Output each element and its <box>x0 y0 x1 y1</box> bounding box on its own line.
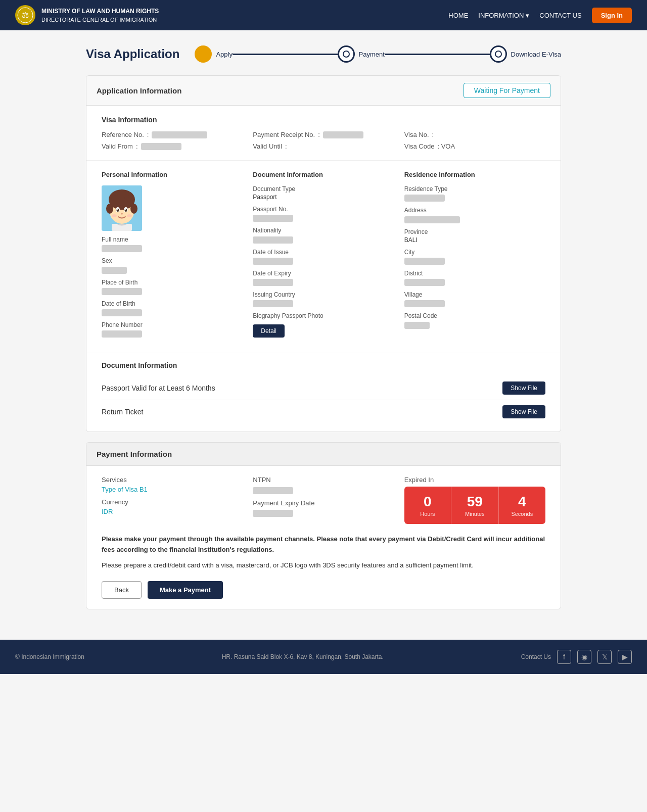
postal-code: Postal Code <box>404 312 545 328</box>
org-line1: MINISTRY OF LAW AND HUMAN RIGHTS <box>41 7 159 16</box>
payment-section: Payment Information Services Type of Vis… <box>86 442 561 609</box>
payment-countdown-col: Expired In 0 Hours 59 Minutes 4 Seconds <box>404 476 545 524</box>
svg-point-22 <box>127 214 132 217</box>
phone-value <box>102 330 142 338</box>
visano-colon: : <box>432 131 434 138</box>
step-line-1 <box>233 54 338 55</box>
make-payment-button[interactable]: Make a Payment <box>148 581 223 599</box>
status-badge: Waiting For Payment <box>464 83 550 98</box>
seconds-label: Seconds <box>511 511 533 517</box>
nav-contact-us[interactable]: CONTACT US <box>539 12 581 19</box>
expiry-label: Payment Expiry Date <box>253 499 394 507</box>
facebook-icon[interactable]: f <box>557 650 571 664</box>
show-file-passport-btn[interactable]: Show File <box>502 381 545 395</box>
personal-sex: Sex <box>102 257 243 273</box>
page-title: Visa Application <box>86 47 179 61</box>
application-info-card: Application Information Waiting For Paym… <box>86 75 561 432</box>
svg-point-9 <box>106 204 113 214</box>
address: Address <box>404 207 545 223</box>
main-content: Visa Application Apply Payment Download … <box>76 30 571 640</box>
expired-in-label: Expired In <box>404 476 545 484</box>
validfrom-value <box>141 143 181 150</box>
personal-phone: Phone Number <box>102 321 243 338</box>
ref-value <box>152 131 207 138</box>
personal-dob: Date of Birth <box>102 300 243 316</box>
visa-info-valid-until: Valid Until : <box>253 142 394 150</box>
twitter-icon[interactable]: 𝕏 <box>597 650 612 664</box>
svg-point-16 <box>117 209 119 212</box>
contact-us-link[interactable]: Contact Us <box>521 653 551 660</box>
header-title: MINISTRY OF LAW AND HUMAN RIGHTS DIRECTO… <box>41 7 159 24</box>
lower-doc-section: Document Information Passport Valid for … <box>86 353 561 432</box>
step-download-label: Download E-Visa <box>511 51 561 58</box>
personal-info-col: Personal Information <box>102 171 243 343</box>
payment-grid: Services Type of Visa B1 Currency IDR NT… <box>102 476 545 524</box>
ref-colon: : <box>147 131 149 138</box>
visacode-label: Visa Code <box>404 142 435 150</box>
currency-value: IDR <box>102 508 243 515</box>
passport-no: Passport No. <box>253 206 394 222</box>
chevron-down-icon: ▾ <box>526 12 529 19</box>
nationality-value <box>253 236 293 244</box>
residence-type-value <box>404 195 445 202</box>
step-payment-circle <box>338 45 355 63</box>
hours-value: 0 <box>424 494 432 510</box>
services-label: Services <box>102 476 243 484</box>
countdown-minutes: 59 Minutes <box>451 487 498 524</box>
svg-point-13 <box>116 198 128 206</box>
visa-info-visano: Visa No. : <box>404 131 545 138</box>
issuing-value <box>253 300 293 307</box>
svg-text:⚖: ⚖ <box>22 11 29 19</box>
svg-point-21 <box>112 214 117 217</box>
residence-title: Residence Information <box>404 171 545 178</box>
detail-button[interactable]: Detail <box>253 324 285 338</box>
back-button[interactable]: Back <box>102 581 142 599</box>
step-download-circle <box>490 45 507 63</box>
header-nav: HOME INFORMATION ▾ CONTACT US Sign In <box>448 8 632 23</box>
doe-value <box>253 279 293 286</box>
nav-home[interactable]: HOME <box>448 12 468 19</box>
svg-point-17 <box>125 209 127 212</box>
sign-in-button[interactable]: Sign In <box>592 8 632 23</box>
step-apply-label: Apply <box>216 51 233 58</box>
date-of-issue: Date of Issue <box>253 249 394 265</box>
youtube-icon[interactable]: ▶ <box>618 650 632 664</box>
ref-label: Reference No. <box>102 131 144 138</box>
instagram-icon[interactable]: ◉ <box>577 650 591 664</box>
show-file-return-btn[interactable]: Show File <box>502 405 545 418</box>
doc-row-passport: Passport Valid for at Least 6 Months Sho… <box>102 376 545 400</box>
minutes-label: Minutes <box>465 511 485 517</box>
footer-address: HR. Rasuna Said Blok X-6, Kav 8, Kuninga… <box>222 653 384 660</box>
payment-services-col: Services Type of Visa B1 Currency IDR <box>102 476 243 524</box>
svg-point-18 <box>117 209 118 210</box>
province: Province BALI <box>404 228 545 244</box>
header-logo: ⚖ <box>15 5 35 25</box>
hours-label: Hours <box>420 511 435 517</box>
village-value <box>404 300 445 307</box>
district: District <box>404 270 545 286</box>
receipt-value <box>323 131 363 138</box>
validfrom-colon: : <box>136 142 138 150</box>
stepper: Apply Payment Download E-Visa <box>195 45 561 63</box>
expiry-value <box>253 510 293 517</box>
header: ⚖ MINISTRY OF LAW AND HUMAN RIGHTS DIREC… <box>0 0 647 30</box>
nationality: Nationality <box>253 227 394 243</box>
postal-value <box>404 322 430 329</box>
page-header: Visa Application Apply Payment Download … <box>86 45 561 63</box>
notice-2: Please prepare a credit/debit card with … <box>102 560 545 571</box>
footer-copyright: © Indonesian Immigration <box>15 653 84 660</box>
pob-value <box>102 288 142 295</box>
ntpn-value <box>253 487 293 494</box>
nav-information[interactable]: INFORMATION ▾ <box>478 12 529 19</box>
section-header-title: Application Information <box>97 86 181 95</box>
doi-value <box>253 258 293 265</box>
avatar-box <box>102 185 142 231</box>
lower-doc-title: Document Information <box>102 361 545 369</box>
validfrom-label: Valid From <box>102 142 133 150</box>
village: Village <box>404 291 545 307</box>
currency-label: Currency <box>102 498 243 506</box>
visa-info-valid-from: Valid From : <box>102 142 243 150</box>
city-value <box>404 258 445 265</box>
minutes-value: 59 <box>467 494 483 510</box>
notice-1: Please make your payment through the ava… <box>102 534 545 555</box>
